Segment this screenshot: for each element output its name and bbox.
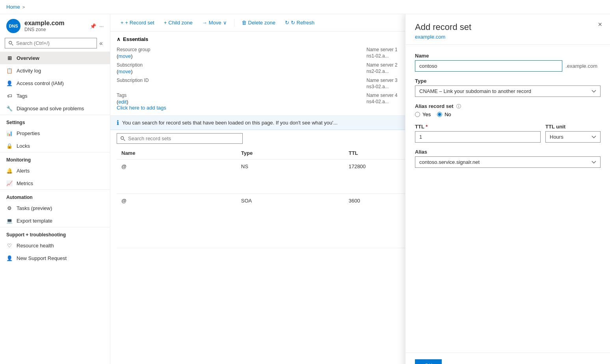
- alias-yes-label: Yes: [422, 111, 431, 117]
- move-icon: →: [202, 20, 207, 26]
- info-text: You can search for record sets that have…: [122, 120, 338, 126]
- alias-no-label: No: [444, 111, 451, 117]
- panel-title: Add record set: [415, 22, 601, 32]
- subscription-value: (move): [117, 69, 354, 74]
- type-select[interactable]: A – IPv4 address AAAA – IPv6 address CNA…: [415, 85, 601, 97]
- panel-close-button[interactable]: ×: [598, 20, 602, 29]
- name-input[interactable]: [415, 60, 562, 72]
- resource-group-value: (move): [117, 53, 354, 59]
- sidebar-item-tasks[interactable]: ⚙ Tasks (preview): [0, 202, 110, 214]
- sidebar-item-label: Overview: [17, 55, 39, 61]
- sidebar: DNS example.com DNS zone 📌 ··· « ⊞ Overv…: [0, 14, 110, 364]
- tags-value: (edit) Click here to add tags: [117, 99, 354, 111]
- overview-icon: ⊞: [6, 55, 13, 61]
- export-template-icon: 💻: [6, 217, 13, 224]
- sidebar-item-locks[interactable]: 🔒 Locks: [0, 139, 110, 152]
- alias-field-label: Alias: [415, 149, 601, 155]
- sidebar-collapse-button[interactable]: «: [97, 38, 105, 48]
- tags-label: Tags: [117, 93, 354, 98]
- sidebar-item-resource-health[interactable]: ♡ Resource health: [0, 239, 110, 252]
- name-suffix: .example.com: [562, 63, 601, 69]
- alias-yes-option[interactable]: Yes: [415, 111, 431, 117]
- row-name: @: [117, 160, 236, 194]
- name-field-group: Name .example.com: [415, 53, 601, 72]
- row-type: SOA: [236, 194, 344, 248]
- search-records-input[interactable]: [117, 133, 243, 144]
- sidebar-item-alerts[interactable]: 🔔 Alerts: [0, 164, 110, 177]
- tags-add-link[interactable]: Click here to add tags: [117, 105, 166, 111]
- subscription-label: Subscription: [117, 62, 354, 68]
- subscription-id-label: Subscription ID: [117, 78, 354, 83]
- alias-no-option[interactable]: No: [437, 111, 451, 117]
- alias-record-set-group: Alias record set ⓘ Yes No: [415, 103, 601, 117]
- child-zone-label: Child zone: [168, 20, 192, 26]
- resource-health-icon: ♡: [6, 242, 13, 249]
- new-support-icon: 👤: [6, 255, 13, 261]
- sidebar-resource-title: example.com: [24, 20, 86, 27]
- sidebar-item-label: Access control (IAM): [17, 80, 64, 86]
- sidebar-item-properties[interactable]: 📊 Properties: [0, 127, 110, 139]
- move-button[interactable]: → Move ∨: [198, 17, 231, 28]
- sidebar-item-new-support[interactable]: 👤 New Support Request: [0, 252, 110, 264]
- sidebar-item-diagnose[interactable]: 🔧 Diagnose and solve problems: [0, 102, 110, 115]
- record-set-label: + Record set: [125, 20, 154, 26]
- add-record-set-icon: +: [121, 20, 124, 26]
- ttl-input[interactable]: [415, 131, 541, 143]
- add-record-set-panel: Add record set example.com × Name .examp…: [405, 14, 610, 364]
- alias-yes-radio[interactable]: [415, 112, 420, 117]
- sidebar-search-input[interactable]: [5, 38, 97, 48]
- refresh-button[interactable]: ↻ ↻ Refresh: [281, 17, 318, 28]
- sidebar-item-tags[interactable]: 🏷 Tags: [0, 89, 110, 102]
- ttl-unit-select[interactable]: Seconds Minutes Hours Days: [545, 131, 601, 143]
- pin-icon[interactable]: 📌: [90, 23, 96, 29]
- essentials-label: Essentials: [123, 36, 148, 42]
- row-name: @: [117, 194, 236, 248]
- delete-zone-label: Delete zone: [248, 20, 275, 26]
- alias-select[interactable]: contoso.service.signalr.net: [415, 156, 601, 168]
- breadcrumb-home[interactable]: Home: [6, 4, 20, 10]
- add-child-zone-icon: +: [164, 20, 167, 26]
- sidebar-resource-subtitle: DNS zone: [24, 27, 86, 32]
- sidebar-item-access-control[interactable]: 👤 Access control (IAM): [0, 77, 110, 89]
- panel-subtitle: example.com: [415, 34, 601, 40]
- more-icon[interactable]: ···: [99, 23, 104, 29]
- sidebar-item-activity-log[interactable]: 📋 Activity log: [0, 64, 110, 77]
- alias-no-radio[interactable]: [437, 112, 442, 117]
- subscription-move-link[interactable]: move: [118, 69, 131, 74]
- move-label: Move: [209, 20, 221, 26]
- sidebar-item-label: Export template: [17, 218, 52, 224]
- ttl-unit-label: TTL unit: [545, 124, 601, 130]
- type-field-label: Type: [415, 78, 601, 84]
- metrics-icon: 📈: [6, 180, 13, 186]
- ttl-group: TTL * TTL unit Seconds Minutes Hours Day…: [415, 124, 601, 143]
- sidebar-item-label: Resource health: [17, 243, 54, 249]
- essentials-chevron-icon: ∧: [117, 36, 121, 42]
- delete-zone-button[interactable]: 🗑 Delete zone: [238, 17, 279, 28]
- alias-record-set-label: Alias record set ⓘ: [415, 103, 601, 110]
- sidebar-item-metrics[interactable]: 📈 Metrics: [0, 177, 110, 189]
- type-field-group: Type A – IPv4 address AAAA – IPv6 addres…: [415, 78, 601, 97]
- refresh-label: ↻ Refresh: [291, 20, 314, 26]
- ok-button[interactable]: OK: [415, 359, 442, 364]
- name-field-label: Name: [415, 53, 601, 59]
- sidebar-item-label: Tags: [17, 93, 27, 99]
- tags-edit-link[interactable]: edit: [118, 99, 126, 105]
- ttl-required-marker: *: [426, 124, 428, 130]
- monitoring-section-label: Monitoring: [0, 152, 110, 164]
- activity-log-icon: 📋: [6, 67, 13, 74]
- child-zone-button[interactable]: + Child zone: [160, 17, 197, 28]
- col-name: Name: [117, 147, 236, 160]
- sidebar-item-export-template[interactable]: 💻 Export template: [0, 214, 110, 227]
- diagnose-icon: 🔧: [6, 105, 13, 111]
- col-type: Type: [236, 147, 344, 160]
- sidebar-item-label: Locks: [17, 143, 30, 149]
- alias-field-group: Alias contoso.service.signalr.net: [415, 149, 601, 168]
- sidebar-item-overview[interactable]: ⊞ Overview: [0, 52, 110, 64]
- record-set-button[interactable]: + + Record set: [117, 17, 158, 28]
- breadcrumb: Home >: [0, 0, 610, 14]
- ttl-label: TTL *: [415, 124, 541, 130]
- sidebar-item-label: Metrics: [17, 180, 33, 186]
- resource-group-move-link[interactable]: move: [118, 53, 131, 59]
- properties-icon: 📊: [6, 130, 13, 136]
- dns-avatar: DNS: [6, 19, 20, 33]
